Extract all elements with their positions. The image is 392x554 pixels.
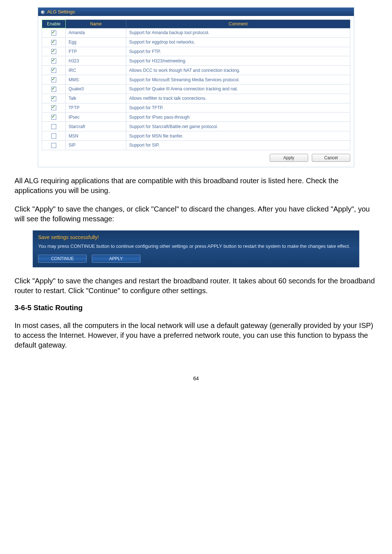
- enable-checkbox[interactable]: [51, 68, 56, 73]
- enable-checkbox[interactable]: [51, 87, 56, 92]
- name-cell: Starcraft: [66, 122, 126, 131]
- table-row: MMSSupport for Microsoft Streaming Media…: [42, 75, 350, 85]
- comment-cell: Support for eggdrop bot networks.: [126, 37, 350, 47]
- apply-system-button[interactable]: APPLY: [92, 255, 140, 263]
- comment-cell: Support for TFTP.: [126, 103, 350, 112]
- table-row: AmandaSupport for Amanda backup tool pro…: [42, 28, 350, 38]
- table-row: TalkAllows netfilter to track talk conne…: [42, 94, 350, 103]
- enable-cell: [42, 112, 66, 122]
- enable-cell: [42, 28, 66, 38]
- comment-cell: Support for Quake III Arena connection t…: [126, 84, 350, 94]
- col-enable: Enable: [42, 20, 66, 28]
- name-cell: MMS: [66, 75, 126, 85]
- comment-cell: Support for Microsoft Streaming Media Se…: [126, 75, 350, 85]
- table-row: EggSupport for eggdrop bot networks.: [42, 37, 350, 47]
- enable-cell: [42, 122, 66, 131]
- save-settings-panel: Save settings successfully! You may pres…: [33, 230, 359, 267]
- table-row: StarcraftSupport for Starcraft/Battle.ne…: [42, 122, 350, 131]
- name-cell: Egg: [66, 37, 126, 47]
- table-row: H323Support for H323/netmeeting.: [42, 56, 350, 66]
- comment-cell: Support for IPsec pass-through: [126, 112, 350, 122]
- paragraph-1: All ALG requiring applications that are …: [15, 176, 377, 196]
- enable-cell: [42, 131, 66, 141]
- enable-checkbox[interactable]: [51, 96, 56, 101]
- enable-cell: [42, 75, 66, 85]
- save-title: Save settings successfully!: [38, 234, 354, 240]
- alg-table: Enable Name Comment AmandaSupport for Am…: [42, 20, 350, 150]
- name-cell: IRC: [66, 66, 126, 75]
- alg-title-bar: ALG Settings: [38, 8, 354, 16]
- continue-button[interactable]: CONTINUE: [38, 255, 87, 263]
- enable-cell: [42, 94, 66, 103]
- paragraph-2: Click "Apply" to save the changes, or cl…: [15, 204, 377, 224]
- alg-body: Enable Name Comment AmandaSupport for Am…: [38, 16, 354, 167]
- comment-cell: Support for Amanda backup tool protocol.: [126, 28, 350, 38]
- enable-cell: [42, 56, 66, 66]
- bullet-icon: [41, 11, 45, 14]
- paragraph-3: Click "Apply" to save the changes and re…: [15, 276, 377, 296]
- table-row: FTPSupport for FTP.: [42, 47, 350, 56]
- table-row: IPsecSupport for IPsec pass-through: [42, 112, 350, 122]
- comment-cell: Support for Starcraft/Battle.net game pr…: [126, 122, 350, 131]
- enable-checkbox[interactable]: [51, 30, 56, 36]
- name-cell: Amanda: [66, 28, 126, 38]
- table-row: TFTPSupport for TFTP.: [42, 103, 350, 112]
- comment-cell: Support for FTP.: [126, 47, 350, 56]
- enable-checkbox[interactable]: [51, 124, 56, 129]
- comment-cell: Support for H323/netmeeting.: [126, 56, 350, 66]
- enable-checkbox[interactable]: [51, 58, 56, 63]
- enable-cell: [42, 103, 66, 112]
- enable-cell: [42, 140, 66, 150]
- alg-settings-panel: ALG Settings Enable Name Comment AmandaS…: [38, 7, 354, 167]
- alg-button-row: Apply Cancel: [42, 150, 350, 162]
- save-message: You may press CONTINUE button to continu…: [38, 243, 354, 250]
- enable-checkbox[interactable]: [51, 115, 56, 120]
- name-cell: TFTP: [66, 103, 126, 112]
- enable-checkbox[interactable]: [51, 134, 56, 139]
- enable-checkbox[interactable]: [51, 49, 56, 54]
- enable-cell: [42, 66, 66, 75]
- enable-cell: [42, 84, 66, 94]
- enable-checkbox[interactable]: [51, 143, 56, 148]
- name-cell: H323: [66, 56, 126, 66]
- enable-cell: [42, 37, 66, 47]
- comment-cell: Support for SIP.: [126, 140, 350, 150]
- enable-checkbox[interactable]: [51, 105, 56, 110]
- comment-cell: Allows netfilter to track talk connectio…: [126, 94, 350, 103]
- enable-checkbox[interactable]: [51, 40, 56, 45]
- table-row: SIPSupport for SIP.: [42, 140, 350, 150]
- name-cell: MSN: [66, 131, 126, 141]
- name-cell: Quake3: [66, 84, 126, 94]
- col-name: Name: [66, 20, 126, 28]
- enable-cell: [42, 47, 66, 56]
- table-row: IRCAllows DCC to work though NAT and con…: [42, 66, 350, 75]
- page-number: 64: [11, 376, 381, 381]
- col-comment: Comment: [126, 20, 350, 28]
- table-row: MSNSupport for MSN file tranfer.: [42, 131, 350, 141]
- alg-title-text: ALG Settings: [47, 9, 75, 15]
- enable-checkbox[interactable]: [51, 77, 56, 82]
- name-cell: Talk: [66, 94, 126, 103]
- apply-button[interactable]: Apply: [270, 154, 308, 162]
- name-cell: IPsec: [66, 112, 126, 122]
- table-row: Quake3Support for Quake III Arena connec…: [42, 84, 350, 94]
- name-cell: SIP: [66, 140, 126, 150]
- name-cell: FTP: [66, 47, 126, 56]
- section-heading: 3-6-5 Static Routing: [15, 304, 377, 312]
- cancel-button[interactable]: Cancel: [312, 154, 350, 162]
- paragraph-4: In most cases, all the computers in the …: [15, 321, 377, 350]
- comment-cell: Support for MSN file tranfer.: [126, 131, 350, 141]
- comment-cell: Allows DCC to work though NAT and connec…: [126, 66, 350, 75]
